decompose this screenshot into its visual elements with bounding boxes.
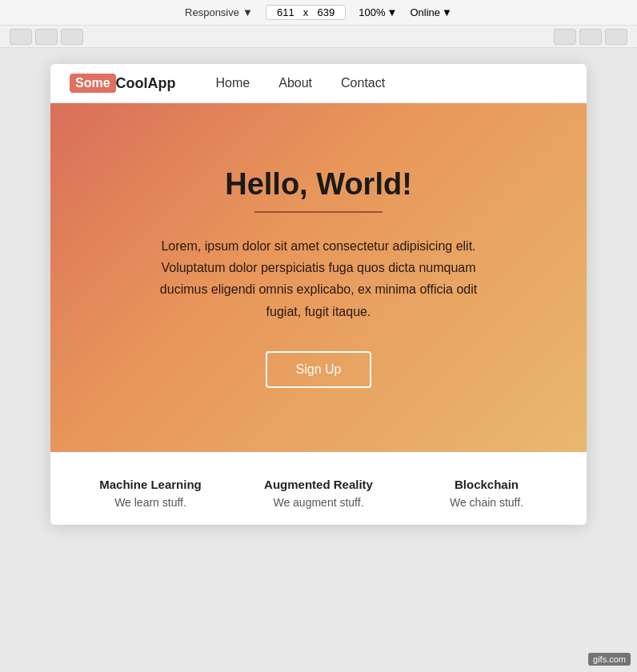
toolbar-btn-4[interactable] [554,29,576,45]
watermark: gifs.com [588,653,631,666]
app-preview-window: SomeCoolApp Home About Contact Hello, Wo… [50,64,587,525]
feature-ar-title: Augmented Reality [247,478,390,491]
hero-signup-button[interactable]: Sign Up [266,351,372,388]
responsive-label: Responsive [185,6,239,18]
hero-section: Hello, World! Lorem, ipsum dolor sit ame… [50,103,587,452]
responsive-chevron-icon: ▼ [242,6,253,18]
feature-bc-title: Blockchain [415,478,558,491]
brand-some-text: Some [70,74,116,93]
brand-logo: SomeCoolApp [70,74,176,93]
width-input[interactable] [271,6,300,18]
feature-bc-desc: We chain stuff. [415,496,558,509]
online-selector[interactable]: Online ▼ [410,6,451,18]
hero-body-text: Lorem, ipsum dolor sit amet consectetur … [150,235,487,322]
feature-blockchain: Blockchain We chain stuff. [403,478,571,509]
zoom-selector[interactable]: 100% ▼ [359,6,397,18]
top-toolbar: Responsive ▼ x 100% ▼ Online ▼ [0,0,637,26]
nav-link-contact[interactable]: Contact [341,76,385,90]
hero-title: Hello, World! [82,167,555,202]
feature-machine-learning: Machine Learning We learn stuff. [66,478,234,509]
page-wrapper: Responsive ▼ x 100% ▼ Online ▼ [0,0,637,541]
nav-link-about[interactable]: About [278,76,312,90]
secondary-toolbar [0,26,637,48]
dimensions-input[interactable]: x [266,5,347,20]
nav-links: Home About Contact [216,76,386,90]
toolbar-btn-3[interactable] [61,29,83,45]
zoom-label: 100% [359,6,385,18]
toolbar-btn-1[interactable] [10,29,32,45]
hero-title-underline [254,211,383,213]
app-navbar: SomeCoolApp Home About Contact [50,64,587,103]
toolbar-btn-2[interactable] [35,29,58,45]
brand-rest-text: CoolApp [116,75,176,92]
nav-link-home[interactable]: Home [216,76,250,90]
height-input[interactable] [311,6,340,18]
online-chevron-icon: ▼ [442,6,452,18]
responsive-selector[interactable]: Responsive ▼ [185,6,253,18]
feature-ml-title: Machine Learning [79,478,222,491]
feature-augmented-reality: Augmented Reality We augment stuff. [234,478,403,509]
toolbar-btn-6[interactable] [605,29,627,45]
features-section: Machine Learning We learn stuff. Augment… [50,452,587,525]
feature-ml-desc: We learn stuff. [79,496,222,509]
zoom-chevron-icon: ▼ [387,6,398,18]
feature-ar-desc: We augment stuff. [247,496,390,509]
online-label: Online [410,6,440,18]
dimension-separator: x [303,6,309,18]
toolbar-btn-5[interactable] [579,29,602,45]
main-area: SomeCoolApp Home About Contact Hello, Wo… [0,48,637,541]
